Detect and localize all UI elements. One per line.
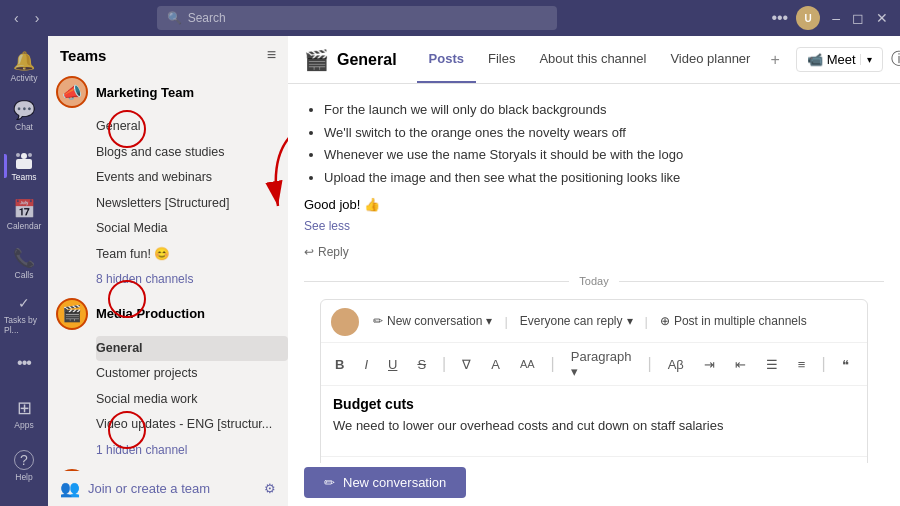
team-row-marketing[interactable]: 📣 Marketing Team •••	[48, 70, 288, 114]
meet-chevron-icon[interactable]: ▾	[860, 54, 872, 65]
tab-posts[interactable]: Posts	[417, 37, 476, 83]
hidden-channels-media[interactable]: 1 hidden channel	[96, 438, 288, 463]
channel-item[interactable]: Blogs and case studies	[96, 140, 288, 166]
channel-header-right: 📹 Meet ▾ ⓘ •••	[796, 47, 900, 72]
sticker-icon[interactable]: 💬	[457, 461, 484, 463]
indent-btn[interactable]: ⇥	[700, 355, 719, 374]
meet-button[interactable]: 📹 Meet ▾	[796, 47, 883, 72]
close-button[interactable]: ✕	[872, 10, 892, 26]
back-button[interactable]: ‹	[8, 8, 25, 28]
link-btn[interactable]: 🔗	[865, 355, 868, 374]
outdent-btn[interactable]: ⇤	[731, 355, 750, 374]
bullet-list-btn[interactable]: ☰	[762, 355, 782, 374]
sidebar-item-more[interactable]: •••	[4, 341, 44, 386]
sidebar-item-tasks[interactable]: ✓ Tasks by Pl...	[4, 291, 44, 336]
new-conversation-dropdown[interactable]: ✏ New conversation ▾	[367, 312, 498, 330]
compose-area-wrapper: ✏ New conversation ▾ | Everyone can repl…	[304, 299, 884, 463]
calendar-icon: 📅	[14, 199, 34, 219]
compose-body[interactable]: Budget cuts We need to lower our overhea…	[321, 386, 867, 456]
tasks-compose-icon[interactable]: ☑	[591, 461, 612, 463]
settings-icon[interactable]: ⚙	[264, 481, 276, 496]
new-conversation-button[interactable]: ✏ New conversation	[304, 467, 466, 498]
italic-button[interactable]: I	[360, 355, 372, 374]
sidebar-item-apps[interactable]: ⊞ Apps	[4, 390, 44, 438]
channel-item[interactable]: Newsletters [Structured]	[96, 191, 288, 217]
teams-panel: Teams ≡ 📣 Marketing Team ••• General Blo…	[48, 36, 288, 506]
sidebar-item-help[interactable]: ? Help	[4, 442, 44, 490]
more-compose-btn[interactable]: •••	[690, 462, 714, 464]
search-input[interactable]	[188, 11, 547, 25]
paragraph-dropdown[interactable]: Paragraph ▾	[567, 347, 636, 381]
more-text-btn[interactable]: Aβ	[664, 355, 688, 374]
messages-area[interactable]: For the launch we will only do black bac…	[288, 84, 900, 463]
praise-icon[interactable]: 💡	[521, 461, 548, 463]
teams-footer[interactable]: 👥 Join or create a team ⚙	[48, 471, 288, 506]
sidebar-item-tasks-label: Tasks by Pl...	[4, 315, 44, 335]
numbered-list-btn[interactable]: ≡	[794, 355, 810, 374]
everyone-reply-dropdown[interactable]: Everyone can reply ▾	[514, 312, 639, 330]
see-less-link[interactable]: See less	[304, 219, 350, 233]
sidebar-item-activity[interactable]: 🔔 Activity	[4, 44, 44, 89]
attach-icon[interactable]: 📎	[358, 461, 385, 463]
font-size-button[interactable]: AA	[516, 356, 539, 372]
user-avatar	[331, 308, 359, 336]
channel-item[interactable]: Team fun! 😊	[96, 242, 288, 268]
compose-area: ✏ New conversation ▾ | Everyone can repl…	[320, 299, 868, 463]
strikethrough-button[interactable]: S	[413, 355, 430, 374]
toolbar-sep2: |	[551, 355, 555, 373]
forward-button[interactable]: ›	[29, 8, 46, 28]
highlight-button[interactable]: ∇	[458, 355, 475, 374]
sidebar-item-calendar[interactable]: 📅 Calendar	[4, 192, 44, 237]
quote-btn[interactable]: ❝	[838, 355, 853, 374]
team-row-customer[interactable]: Customer projects •••	[48, 463, 288, 471]
font-color-button[interactable]: A	[487, 355, 504, 374]
channel-item[interactable]: Customer projects	[96, 361, 288, 387]
tab-video-planner[interactable]: Video planner	[658, 37, 762, 83]
toolbar-sep3: |	[647, 355, 651, 373]
meet-label: Meet	[827, 52, 856, 67]
video-compose-icon[interactable]: 🎥	[620, 461, 647, 463]
compose-message-title: Budget cuts	[333, 396, 855, 412]
sidebar-item-calls[interactable]: 📞 Calls	[4, 242, 44, 287]
post-multiple-btn[interactable]: ⊕ Post in multiple channels	[654, 312, 813, 330]
channel-item[interactable]: Social Media	[96, 216, 288, 242]
sidebar-item-teams[interactable]: Teams	[4, 143, 44, 188]
sidebar-item-chat[interactable]: 💬 Chat	[4, 93, 44, 138]
more-options-button[interactable]: •••	[771, 9, 788, 27]
bullet-item: Whenever we use the name Storyals it sho…	[324, 145, 884, 165]
reply-link-top[interactable]: ↩ Reply	[304, 241, 884, 263]
channel-item[interactable]: General	[96, 114, 288, 140]
team-name-media: Media Production	[96, 306, 255, 321]
today-label: Today	[579, 275, 608, 287]
bold-button[interactable]: B	[331, 355, 348, 374]
channel-item[interactable]: Social media work	[96, 387, 288, 413]
hidden-channels-marketing[interactable]: 8 hidden channels	[96, 267, 288, 292]
filter-icon[interactable]: ≡	[267, 46, 276, 64]
team-row-media[interactable]: 🎬 Media Production •••	[48, 292, 288, 336]
channel-item[interactable]: Video updates - ENG [structur...	[96, 412, 288, 438]
emoji-icon[interactable]: 😊	[393, 461, 420, 463]
info-icon[interactable]: ⓘ	[891, 49, 900, 70]
format-icon[interactable]: ✏	[329, 461, 350, 463]
tab-add-button[interactable]: +	[762, 37, 787, 83]
tab-about[interactable]: About this channel	[527, 37, 658, 83]
meet-now-icon[interactable]: ➤	[492, 461, 513, 463]
gif-icon[interactable]: ⊞	[428, 461, 449, 463]
titlebar-navigation: ‹ ›	[8, 8, 45, 28]
sidebar-item-calls-label: Calls	[15, 270, 34, 280]
loop-icon[interactable]: 🔄	[556, 461, 583, 463]
channel-item[interactable]: Events and webinars	[96, 165, 288, 191]
restore-button[interactable]: ◻	[848, 10, 868, 26]
tab-files[interactable]: Files	[476, 37, 527, 83]
search-bar[interactable]: 🔍	[157, 6, 557, 30]
avatar[interactable]: U	[796, 6, 820, 30]
sidebar-bottom: ⊞ Apps ? Help	[4, 390, 44, 498]
search-icon: 🔍	[167, 11, 182, 25]
sidebar-item-calendar-label: Calendar	[7, 221, 42, 231]
stream-icon[interactable]: 📊	[655, 461, 682, 463]
minimize-button[interactable]: –	[828, 10, 844, 26]
bullet-item: For the launch we will only do black bac…	[324, 100, 884, 120]
compose-actions-row: ✏ New conversation ▾ | Everyone can repl…	[367, 306, 857, 336]
underline-button[interactable]: U	[384, 355, 401, 374]
channel-item-general-active[interactable]: General	[96, 336, 288, 362]
